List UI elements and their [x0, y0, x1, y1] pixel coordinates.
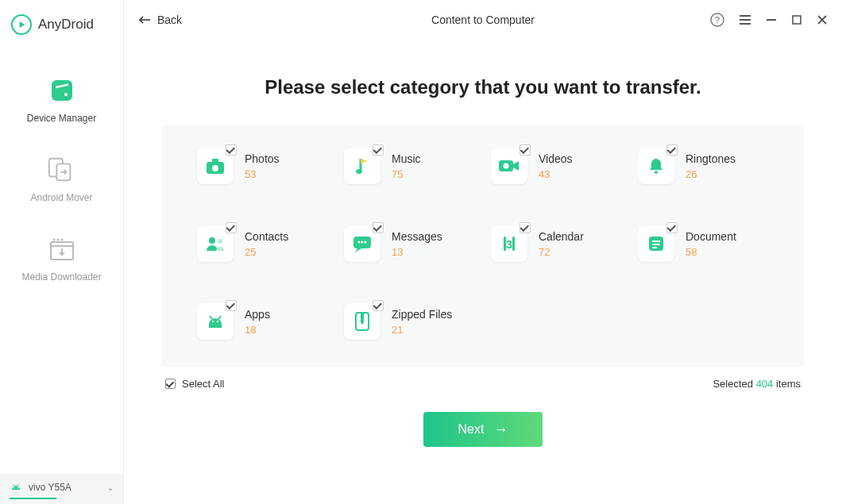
page-title: Content to Computer [431, 13, 535, 26]
checkbox-icon[interactable] [666, 222, 678, 233]
svg-rect-49 [361, 313, 364, 322]
close-icon[interactable] [817, 14, 828, 25]
checkbox-icon[interactable] [226, 144, 237, 156]
heading: Please select category that you want to … [265, 76, 701, 98]
category-panel: Photos53Music75Videos43Ringtones26Contac… [162, 125, 804, 367]
arrow-right-icon: → [493, 421, 508, 438]
category-label: Videos [539, 152, 573, 165]
svg-point-7 [52, 239, 55, 241]
category-calendar[interactable]: 3Calendar72 [491, 225, 622, 262]
photos-icon [197, 148, 234, 184]
contacts-icon [197, 225, 234, 262]
category-label: Ringtones [686, 152, 736, 165]
checkbox-icon[interactable] [373, 144, 384, 156]
svg-point-35 [365, 241, 367, 244]
category-videos[interactable]: Videos43 [491, 148, 622, 184]
category-messages[interactable]: Messages13 [344, 225, 475, 262]
checkbox-icon[interactable] [373, 300, 384, 311]
menu-icon[interactable] [739, 14, 751, 25]
zipped-icon [344, 303, 380, 340]
checkbox-icon[interactable] [226, 300, 237, 311]
checkbox-icon[interactable] [519, 222, 531, 233]
svg-point-11 [17, 487, 19, 489]
svg-rect-37 [512, 237, 515, 251]
category-zipped[interactable]: Zipped Files21 [344, 303, 475, 340]
category-count: 58 [686, 246, 736, 258]
sidebar-item-media-downloader[interactable]: Media Downloader [21, 235, 101, 283]
media-downloader-icon [48, 235, 76, 264]
category-count: 21 [392, 324, 452, 336]
sidebar: AnyDroid Device Manager Android Mover Me… [0, 0, 124, 504]
videos-icon [491, 148, 527, 184]
category-label: Zipped Files [392, 308, 452, 321]
app-name: AnyDroid [38, 17, 94, 33]
svg-point-8 [56, 239, 59, 241]
logo-icon [11, 14, 32, 35]
svg-rect-20 [793, 16, 801, 24]
device-manager-icon [48, 76, 76, 105]
svg-rect-50 [361, 321, 364, 324]
help-icon[interactable]: ? [710, 13, 724, 27]
category-count: 13 [392, 246, 442, 258]
svg-point-33 [358, 241, 361, 244]
device-selector[interactable]: vivo Y55A ⌄ [0, 474, 123, 504]
window-controls: ? [710, 13, 828, 27]
svg-point-10 [14, 487, 15, 489]
category-label: Messages [392, 230, 442, 243]
selected-summary: Selected 404 items [713, 378, 801, 390]
svg-point-26 [356, 169, 362, 174]
checkbox-icon[interactable] [519, 144, 531, 156]
svg-rect-24 [212, 159, 218, 163]
back-button[interactable]: Back [138, 13, 182, 26]
sidebar-item-device-manager[interactable]: Device Manager [27, 76, 96, 124]
category-count: 43 [539, 168, 573, 180]
category-count: 53 [245, 168, 280, 180]
svg-point-2 [64, 93, 68, 96]
sidebar-item-android-mover[interactable]: Android Mover [30, 156, 92, 203]
arrow-left-icon [138, 15, 151, 25]
select-all-checkbox[interactable]: Select All [165, 378, 224, 390]
checkbox-icon[interactable] [666, 144, 678, 156]
svg-text:?: ? [715, 15, 720, 25]
svg-rect-47 [209, 325, 222, 328]
category-label: Photos [245, 152, 280, 165]
checkbox-icon[interactable] [226, 222, 237, 233]
next-button[interactable]: Next → [423, 412, 543, 447]
svg-point-28 [504, 164, 509, 169]
category-music[interactable]: Music75 [344, 148, 475, 184]
ringtones-icon [638, 148, 674, 184]
svg-point-30 [209, 237, 215, 244]
svg-point-43 [212, 321, 214, 322]
select-all-label: Select All [182, 378, 224, 390]
category-label: Calendar [539, 230, 584, 243]
android-icon [10, 482, 22, 493]
svg-line-12 [13, 484, 14, 486]
svg-point-25 [212, 165, 218, 171]
svg-point-9 [60, 239, 63, 241]
app-logo: AnyDroid [0, 0, 123, 46]
category-contacts[interactable]: Contacts25 [197, 225, 328, 262]
minimize-icon[interactable] [766, 14, 777, 25]
category-photos[interactable]: Photos53 [197, 148, 328, 184]
back-label: Back [157, 13, 182, 26]
sidebar-item-label: Android Mover [30, 192, 92, 203]
category-apps[interactable]: Apps18 [197, 303, 328, 340]
music-icon [344, 148, 380, 184]
checkbox-icon[interactable] [373, 222, 384, 233]
sidebar-nav: Device Manager Android Mover Media Downl… [0, 46, 123, 283]
svg-point-29 [655, 171, 658, 174]
android-mover-icon [47, 156, 75, 184]
category-ringtones[interactable]: Ringtones26 [638, 148, 769, 184]
category-count: 26 [686, 168, 736, 180]
svg-point-31 [218, 239, 222, 244]
category-label: Music [392, 152, 421, 165]
category-document[interactable]: Document58 [638, 225, 769, 262]
svg-line-46 [218, 316, 221, 319]
maximize-icon[interactable] [791, 14, 802, 25]
category-grid: Photos53Music75Videos43Ringtones26Contac… [197, 148, 769, 340]
titlebar: Back Content to Computer ? [124, 0, 842, 40]
chevron-down-icon: ⌄ [107, 483, 114, 492]
sidebar-item-label: Device Manager [27, 113, 96, 124]
svg-point-34 [361, 241, 364, 244]
device-storage-bar [10, 498, 56, 499]
